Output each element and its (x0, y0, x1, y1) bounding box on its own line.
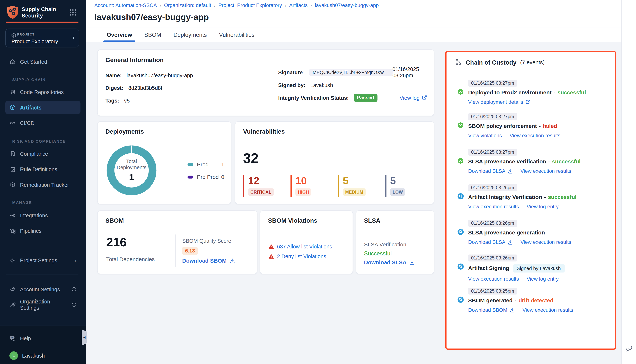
download-slsa-link[interactable]: Download SLSA (468, 239, 513, 245)
right-rail (622, 0, 636, 364)
severity-critical: 12 CRITICAL (243, 175, 274, 197)
view-execution-results-link[interactable]: View execution results (468, 204, 519, 210)
event-status: drift detected (518, 297, 554, 303)
divider (175, 234, 176, 267)
home-icon (10, 58, 16, 65)
view-execution-results-link[interactable]: View execution results (510, 132, 560, 138)
app-switcher-grid-icon[interactable] (70, 9, 76, 18)
coc-event-sbom-policy: 01/16/2025 03:27pm SBOM policy enforceme… (446, 112, 612, 138)
clipboard-check-icon (10, 166, 16, 172)
sidebar-item-get-started[interactable]: Get Started (5, 55, 80, 68)
sidebar-item-compliance[interactable]: Compliance (5, 147, 80, 160)
account-layers-icon (10, 286, 16, 292)
brand-divider (6, 22, 78, 23)
sidebar-item-account-settings[interactable]: Account Settings (5, 283, 80, 296)
user-menu[interactable]: L Lavakush (5, 349, 80, 362)
view-execution-results-link[interactable]: View execution results (522, 307, 573, 313)
sidebar-item-artifacts[interactable]: Artifacts (5, 101, 80, 114)
chain-of-custody-header: Chain of Custody (7 events) (455, 59, 545, 66)
sidebar-item-cicd[interactable]: CI/CD (5, 116, 80, 130)
breadcrumb-organization[interactable]: Organization: default (164, 2, 211, 8)
breadcrumb-account[interactable]: Account: Automation-SSCA (94, 2, 157, 8)
download-slsa-link[interactable]: Download SLSA (364, 260, 415, 266)
event-title: SLSA provenance verification (468, 158, 546, 164)
tab-overview[interactable]: Overview (104, 28, 136, 42)
digest-label: Digest: (106, 85, 124, 91)
warning-triangle-icon (268, 254, 274, 259)
scan-blue-icon (457, 228, 464, 235)
sidebar-item-pipelines[interactable]: Pipelines (5, 224, 80, 238)
view-log-entry-link[interactable]: View log entry (527, 204, 559, 210)
project-selector[interactable]: PROJECT Product Exploratory › (5, 28, 79, 47)
external-link-icon (422, 95, 427, 100)
sidebar-item-label: Pipelines (20, 228, 42, 234)
artifacts-cube-icon (10, 104, 16, 111)
hierarchy-icon (455, 59, 462, 66)
view-execution-results-link[interactable]: View execution results (520, 168, 571, 174)
event-status: successful (558, 89, 586, 95)
view-execution-results-link[interactable]: View execution results (468, 276, 519, 282)
sidebar-item-code-repositories[interactable]: Code Repositories (5, 86, 80, 98)
event-title: SBOM generated (468, 297, 512, 303)
infinity-icon (10, 120, 16, 126)
name-label: Name: (106, 72, 122, 78)
card-title: SLSA (364, 217, 380, 224)
organization-icon (10, 302, 16, 308)
slsa-verification-status: Successful (364, 250, 392, 257)
supply-chain-security-logo-icon (6, 5, 19, 19)
download-sbom-link[interactable]: Download SBOM (182, 258, 235, 264)
coc-event-artifact-integrity: 01/16/2025 03:26pm Artifact Integrity Ve… (446, 184, 612, 210)
breadcrumb: Account: Automation-SSCA › Organization:… (94, 2, 379, 8)
feedback-chat-icon[interactable] (626, 344, 633, 353)
scan-blue-icon (457, 193, 464, 200)
timestamp: 01/16/2025 03:27pm (468, 148, 517, 156)
info-icon (72, 287, 76, 292)
donut-gap (131, 146, 132, 153)
signed-by-value: Lavakush (310, 82, 333, 88)
name-value: lavakush07/easy-buggy-app (126, 72, 193, 78)
allow-list-violations-link[interactable]: 637 Allow list Violations (277, 244, 332, 250)
view-violations-link[interactable]: View violations (468, 132, 502, 138)
severity-badge: MEDIUM (343, 188, 366, 196)
tab-deployments[interactable]: Deployments (170, 28, 210, 42)
download-slsa-link[interactable]: Download SLSA (468, 168, 513, 174)
coc-event-artifact-signing: 01/16/2025 03:26pm Artifact SigningSigne… (446, 254, 612, 282)
sidebar-item-remediation-tracker[interactable]: Remediation Tracker (5, 178, 80, 191)
view-execution-results-link[interactable]: View execution results (520, 239, 571, 245)
event-title: SBOM policy enforcement (468, 123, 537, 129)
scan-blue-icon (457, 263, 464, 270)
sidebar-item-project-settings[interactable]: Project Settings › (5, 254, 80, 267)
digest-value: 8d23bd3b5d8f (128, 85, 162, 91)
breadcrumb-current[interactable]: lavakush07/easy-buggy-app (315, 2, 379, 8)
sidebar-collapse-handle[interactable]: ◀ (82, 329, 87, 346)
download-icon (508, 168, 513, 174)
view-log-link[interactable]: View log (400, 94, 427, 101)
view-deployment-details-link[interactable]: View deployment details (468, 99, 530, 105)
chevron-separator-icon: › (285, 3, 286, 8)
tab-vulnerabilities[interactable]: Vulnerabilities (216, 28, 258, 42)
sidebar-item-label: Project Settings (20, 257, 57, 263)
coc-event-sbom-generated: 01/16/2025 03:25pm SBOM generated-drift … (446, 287, 612, 313)
sidebar-item-organization-settings[interactable]: Organization Settings (5, 298, 80, 311)
download-icon (410, 260, 415, 265)
deny-list-violations-link[interactable]: 2 Deny list Violations (277, 253, 326, 259)
coc-event-deployed-prod2: 01/16/2025 03:27pm Deployed to Prod2 env… (446, 79, 612, 105)
page-title: lavakush07/easy-buggy-app (94, 12, 209, 22)
sidebar-item-integrations[interactable]: Integrations (5, 209, 80, 222)
deployments-legend: Prod 1 Pre Prod 0 (188, 160, 224, 185)
sidebar-item-label: Organization Settings (20, 299, 68, 311)
event-title: SLSA provenance generation (468, 230, 545, 236)
breadcrumb-project[interactable]: Project: Product Exploratory (218, 2, 282, 8)
external-link-icon (526, 100, 530, 104)
sidebar-item-rule-definitions[interactable]: Rule Definitions (5, 163, 80, 176)
timestamp: 01/16/2025 03:26pm (468, 220, 517, 226)
scan-blue-icon (457, 296, 464, 303)
sidebar-item-help[interactable]: ? Help (5, 332, 80, 345)
tags-label: Tags: (106, 97, 119, 104)
timestamp: 01/16/2025 03:26pm (468, 184, 517, 191)
download-sbom-link[interactable]: Download SBOM (468, 307, 515, 313)
view-log-entry-link[interactable]: View log entry (527, 276, 559, 282)
general-info-right-column: Signature: MEQCICde2VjIT...bL+2+mqnOXw==… (270, 69, 427, 112)
tab-sbom[interactable]: SBOM (141, 28, 164, 42)
breadcrumb-artifacts[interactable]: Artifacts (289, 2, 308, 8)
